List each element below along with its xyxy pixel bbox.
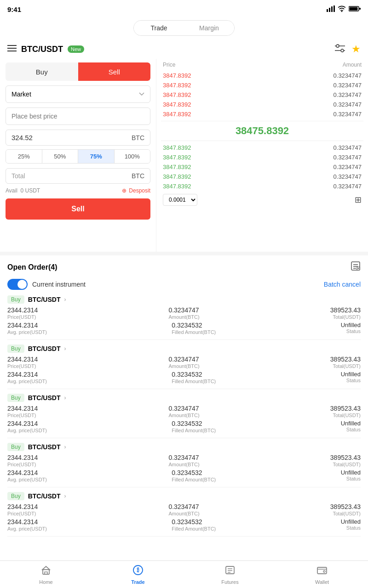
order-arrow: › [64, 395, 66, 401]
order-data-row: 2344.2314 Price(USDT) 0.3234747 Amount(B… [7, 454, 361, 467]
market-select[interactable]: Market [6, 85, 150, 103]
export-icon[interactable] [351, 261, 361, 273]
order-side-buy: Buy [7, 394, 24, 402]
main-layout: Buy Sell Market 324.52 BTC 25% 50% 75% 1… [0, 59, 368, 252]
order-row[interactable]: 3847.8392 0.3234747 [161, 90, 363, 100]
menu-icon[interactable] [7, 45, 17, 54]
pair-name: BTC/USDT [21, 45, 63, 54]
batch-cancel-btn[interactable]: Batch cancel [324, 281, 361, 288]
svg-point-4 [341, 11, 343, 11]
order-pair[interactable]: BTC/USDT [28, 492, 61, 500]
amount-header: Amount [343, 62, 362, 68]
filter-icon[interactable] [335, 44, 345, 55]
nav-futures[interactable]: Futures [184, 565, 276, 585]
status-icons [327, 6, 361, 13]
order-pair[interactable]: BTC/USDT [28, 394, 61, 401]
order-data-row: 2344.2314 Price(USDT) 0.3234747 Amount(B… [7, 503, 361, 516]
wifi-icon [338, 6, 346, 13]
order-book: Price Amount 3847.8392 0.3234747 3847.83… [156, 59, 368, 252]
svg-rect-6 [350, 7, 358, 10]
order-item: Buy BTC/USDT › 2344.2314 Price(USDT) 0.3… [7, 345, 361, 389]
wallet-icon [316, 565, 328, 578]
order-row[interactable]: 3847.8392 0.3234747 [161, 162, 363, 172]
svg-rect-25 [45, 572, 47, 574]
nav-home[interactable]: Home [0, 565, 92, 585]
order-side-buy: Buy [7, 295, 24, 304]
order-row[interactable]: 3847.8392 0.3234747 [161, 71, 363, 80]
order-pair[interactable]: BTC/USDT [28, 345, 61, 352]
order-arrow: › [64, 296, 66, 303]
order-data-row: 2344.2314 Price(USDT) 0.3234747 Amount(B… [7, 405, 361, 418]
svg-point-12 [341, 49, 344, 52]
header-left: BTC/USDT New [7, 45, 84, 54]
order-row[interactable]: 3847.8392 0.3234747 [161, 153, 363, 162]
order-list: Buy BTC/USDT › 2344.2314 Price(USDT) 0.3… [7, 295, 361, 537]
price-input[interactable] [6, 107, 150, 125]
total-label: Total [12, 172, 25, 180]
buy-tab[interactable]: Buy [6, 62, 78, 81]
nav-trade-label: Trade [131, 579, 144, 585]
svg-rect-3 [334, 6, 335, 12]
order-arrow: › [64, 493, 66, 499]
order-pair[interactable]: BTC/USDT [28, 443, 61, 451]
nav-home-label: Home [39, 579, 52, 585]
order-side-buy: Buy [7, 443, 24, 451]
sell-tab[interactable]: Sell [78, 62, 151, 81]
price-header: Price [163, 62, 175, 68]
order-arrow: › [64, 444, 66, 450]
order-filled-cell: 0.3234532 Filled Amount(BTC) [172, 322, 216, 335]
order-row[interactable]: 3847.8392 0.3234747 [161, 143, 363, 153]
pct-25[interactable]: 25% [6, 150, 42, 163]
buy-orders: 3847.8392 0.3234747 3847.8392 0.3234747 … [161, 143, 363, 191]
header: BTC/USDT New ★ [0, 40, 368, 59]
svg-rect-7 [359, 8, 361, 10]
order-pair[interactable]: BTC/USDT [28, 296, 61, 303]
svg-point-33 [323, 571, 325, 572]
tab-trade[interactable]: Trade [134, 21, 184, 35]
order-row[interactable]: 3847.8392 0.3234747 [161, 181, 363, 191]
depth-toggle-icon[interactable]: ⊞ [355, 195, 362, 205]
toggle-switch[interactable] [7, 279, 28, 290]
order-item-header: Buy BTC/USDT › [7, 394, 361, 402]
depth-select[interactable]: 0.0001 0.001 0.01 0.1 [163, 194, 197, 206]
order-side-buy: Buy [7, 345, 24, 353]
star-icon[interactable]: ★ [351, 43, 361, 55]
nav-wallet[interactable]: Wallet [276, 565, 368, 585]
avail-row: Avail 0 USDT ⊕ Desposit [6, 187, 150, 194]
tab-margin[interactable]: Margin [184, 21, 234, 35]
order-price-cell: 2344.2314 Price(USDT) [7, 306, 38, 320]
buy-sell-tabs: Buy Sell [6, 62, 150, 81]
tab-group: Trade Margin [133, 20, 235, 36]
svg-text:₿: ₿ [137, 567, 139, 573]
nav-futures-label: Futures [221, 579, 238, 585]
avail-value: 0 USDT [20, 187, 40, 194]
order-row[interactable]: 3847.8392 0.3234747 [161, 80, 363, 90]
amount-value: 324.52 [12, 134, 33, 141]
svg-rect-32 [317, 567, 327, 574]
pct-50[interactable]: 50% [42, 150, 79, 163]
svg-point-11 [336, 45, 339, 47]
order-row[interactable]: 3847.8392 0.3234747 [161, 109, 363, 119]
status-time: 9:41 [7, 6, 21, 13]
sell-button[interactable]: Sell [6, 198, 150, 220]
order-item-header: Buy BTC/USDT › [7, 295, 361, 304]
order-arrow: › [64, 345, 66, 352]
order-amount-cell: 0.3234747 Amount(BTC) [168, 306, 199, 320]
pct-75[interactable]: 75% [78, 150, 115, 163]
nav-trade[interactable]: ₿ Trade [92, 565, 184, 585]
tab-switcher: Trade Margin [0, 17, 368, 40]
open-orders-section: Open Order(4) Current instrument Batch [0, 252, 368, 547]
pct-100[interactable]: 100% [115, 150, 150, 163]
order-total-cell: 389523.43 Total(USDT) [330, 306, 361, 320]
order-book-header: Price Amount [161, 62, 363, 70]
order-row[interactable]: 3847.8392 0.3234747 [161, 100, 363, 109]
deposit-link[interactable]: ⊕ Desposit [122, 187, 150, 194]
toggle-label: Current instrument [32, 281, 86, 288]
order-row[interactable]: 3847.8392 0.3234747 [161, 172, 363, 181]
order-side-buy: Buy [7, 492, 24, 500]
bottom-nav: Home ₿ Trade Futures [0, 560, 368, 588]
order-item-header: Buy BTC/USDT › [7, 443, 361, 451]
order-item: Buy BTC/USDT › 2344.2314 Price(USDT) 0.3… [7, 295, 361, 340]
avail-label: Avail 0 USDT [6, 187, 40, 194]
pct-row: 25% 50% 75% 100% [6, 149, 150, 164]
